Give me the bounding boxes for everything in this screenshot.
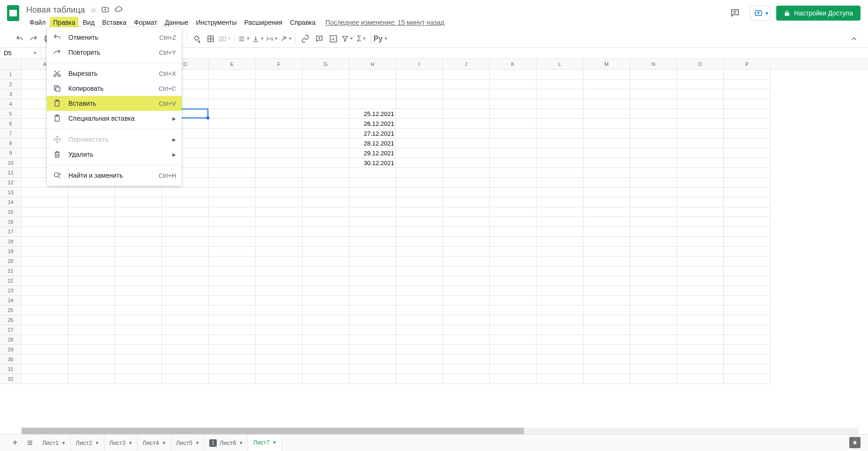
- cell-E13[interactable]: [209, 188, 256, 197]
- cell-L11[interactable]: [537, 168, 583, 178]
- cell-H14[interactable]: [349, 197, 396, 207]
- cell-C31[interactable]: [115, 364, 162, 374]
- cell-L29[interactable]: [537, 345, 583, 355]
- cell-I26[interactable]: [396, 315, 443, 325]
- cell-N22[interactable]: [630, 276, 677, 286]
- cell-O18[interactable]: [677, 237, 724, 247]
- menu-item-copy[interactable]: КопироватьCtrl+C: [47, 81, 182, 96]
- cell-J24[interactable]: [443, 296, 490, 306]
- cell-D15[interactable]: [162, 207, 209, 217]
- cell-E29[interactable]: [209, 345, 256, 355]
- cell-E2[interactable]: [209, 80, 256, 89]
- cell-K27[interactable]: [490, 325, 537, 335]
- cell-N16[interactable]: [630, 217, 677, 227]
- cell-F11[interactable]: [256, 168, 302, 178]
- cell-P11[interactable]: [724, 168, 771, 178]
- cell-L28[interactable]: [537, 335, 583, 345]
- cell-H17[interactable]: [349, 227, 396, 237]
- cell-G13[interactable]: [302, 188, 349, 197]
- cell-D30[interactable]: [162, 355, 209, 364]
- cell-O9[interactable]: [677, 148, 724, 158]
- sheet-tab-Лист2[interactable]: Лист2▼: [71, 435, 104, 451]
- cell-D23[interactable]: [162, 286, 209, 296]
- cell-J10[interactable]: [443, 158, 490, 168]
- cell-O31[interactable]: [677, 364, 724, 374]
- cell-F31[interactable]: [256, 364, 302, 374]
- cell-I31[interactable]: [396, 364, 443, 374]
- cell-I4[interactable]: [396, 99, 443, 109]
- cell-C22[interactable]: [115, 276, 162, 286]
- cell-E15[interactable]: [209, 207, 256, 217]
- cell-C18[interactable]: [115, 237, 162, 247]
- cell-A15[interactable]: [22, 207, 68, 217]
- row-header-15[interactable]: 15: [0, 207, 22, 217]
- cell-G2[interactable]: [302, 80, 349, 89]
- cell-G19[interactable]: [302, 247, 349, 256]
- cell-B15[interactable]: [68, 207, 115, 217]
- cell-A27[interactable]: [22, 325, 68, 335]
- cell-M20[interactable]: [583, 256, 630, 266]
- cell-K10[interactable]: [490, 158, 537, 168]
- cell-A29[interactable]: [22, 345, 68, 355]
- cell-I24[interactable]: [396, 296, 443, 306]
- borders-button[interactable]: [204, 32, 217, 45]
- cell-A25[interactable]: [22, 306, 68, 315]
- row-header-5[interactable]: 5: [0, 109, 22, 119]
- cell-J30[interactable]: [443, 355, 490, 364]
- last-edit-link[interactable]: Последнее изменение: 15 минут назад: [325, 19, 444, 26]
- cell-E18[interactable]: [209, 237, 256, 247]
- cell-F13[interactable]: [256, 188, 302, 197]
- cell-M32[interactable]: [583, 374, 630, 384]
- cell-K8[interactable]: [490, 138, 537, 148]
- menu-вид[interactable]: Вид: [80, 17, 98, 28]
- cell-L16[interactable]: [537, 217, 583, 227]
- cell-L12[interactable]: [537, 178, 583, 188]
- cell-A22[interactable]: [22, 276, 68, 286]
- row-header-12[interactable]: 12: [0, 178, 22, 188]
- row-header-18[interactable]: 18: [0, 237, 22, 247]
- cell-H29[interactable]: [349, 345, 396, 355]
- chevron-down-icon[interactable]: ▼: [162, 441, 166, 445]
- cell-B22[interactable]: [68, 276, 115, 286]
- filter-button[interactable]: ▼: [341, 32, 354, 45]
- fill-color-button[interactable]: [190, 32, 203, 45]
- cell-K25[interactable]: [490, 306, 537, 315]
- cell-A28[interactable]: [22, 335, 68, 345]
- cell-K4[interactable]: [490, 99, 537, 109]
- cell-N30[interactable]: [630, 355, 677, 364]
- cell-G25[interactable]: [302, 306, 349, 315]
- cell-I8[interactable]: [396, 138, 443, 148]
- cell-G8[interactable]: [302, 138, 349, 148]
- row-header-11[interactable]: 11: [0, 168, 22, 178]
- cell-E1[interactable]: [209, 70, 256, 80]
- cell-A19[interactable]: [22, 247, 68, 256]
- col-header-O[interactable]: O: [677, 59, 724, 69]
- cell-M9[interactable]: [583, 148, 630, 158]
- cell-M23[interactable]: [583, 286, 630, 296]
- cell-B13[interactable]: [68, 188, 115, 197]
- cell-B18[interactable]: [68, 237, 115, 247]
- cell-G27[interactable]: [302, 325, 349, 335]
- cell-D20[interactable]: [162, 256, 209, 266]
- cell-C15[interactable]: [115, 207, 162, 217]
- cell-P26[interactable]: [724, 315, 771, 325]
- cell-C19[interactable]: [115, 247, 162, 256]
- row-header-23[interactable]: 23: [0, 286, 22, 296]
- col-header-J[interactable]: J: [443, 59, 490, 69]
- cell-N20[interactable]: [630, 256, 677, 266]
- cell-O23[interactable]: [677, 286, 724, 296]
- cell-N2[interactable]: [630, 80, 677, 89]
- cell-P17[interactable]: [724, 227, 771, 237]
- cell-M27[interactable]: [583, 325, 630, 335]
- cell-P28[interactable]: [724, 335, 771, 345]
- cell-K15[interactable]: [490, 207, 537, 217]
- cell-E8[interactable]: [209, 138, 256, 148]
- cell-F18[interactable]: [256, 237, 302, 247]
- merge-button[interactable]: ▼: [218, 32, 231, 45]
- menu-item-find[interactable]: Найти и заменитьCtrl+H: [47, 168, 182, 183]
- row-header-20[interactable]: 20: [0, 256, 22, 266]
- all-sheets-button[interactable]: ≡: [22, 436, 37, 451]
- cell-F21[interactable]: [256, 266, 302, 276]
- cell-M11[interactable]: [583, 168, 630, 178]
- cell-E21[interactable]: [209, 266, 256, 276]
